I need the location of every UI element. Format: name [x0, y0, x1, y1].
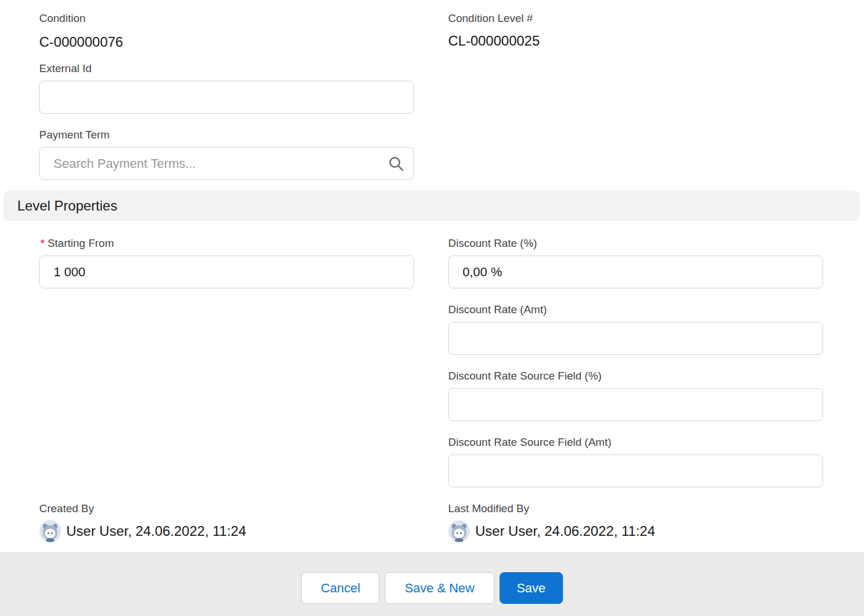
created-by-row: User User, 24.06.2022, 11:24 [39, 520, 246, 542]
discount-rate-source-amt-input[interactable] [448, 455, 823, 487]
record-edit-form: Condition C-000000076 Condition Level # … [0, 0, 864, 616]
section-title: Level Properties [17, 190, 117, 221]
discount-rate-pct-label: Discount Rate (%) [448, 236, 537, 250]
required-asterisk: * [40, 237, 44, 249]
discount-rate-amt-label: Discount Rate (Amt) [448, 303, 547, 317]
discount-rate-source-pct-input[interactable] [448, 388, 823, 421]
last-modified-by-value: User User, 24.06.2022, 11:24 [475, 523, 655, 539]
discount-rate-amt-input[interactable] [448, 322, 823, 355]
modal-footer: Cancel Save & New Save [0, 553, 864, 616]
cancel-button[interactable]: Cancel [301, 572, 380, 604]
save-and-new-button[interactable]: Save & New [385, 572, 494, 604]
last-modified-by-row: User User, 24.06.2022, 11:24 [448, 520, 655, 542]
payment-term-label: Payment Term [39, 128, 110, 142]
starting-from-input[interactable] [39, 256, 414, 288]
level-properties-section-header: Level Properties [3, 190, 860, 221]
discount-rate-source-pct-label: Discount Rate Source Field (%) [448, 369, 602, 383]
last-modified-by-label: Last Modified By [448, 502, 529, 516]
external-id-label: External Id [39, 62, 92, 76]
created-by-value: User User, 24.06.2022, 11:24 [66, 523, 246, 539]
user-avatar-icon [39, 520, 61, 542]
created-by-label: Created By [39, 502, 94, 516]
condition-value: C-000000076 [39, 33, 123, 51]
condition-level-value: CL-000000025 [448, 32, 540, 50]
save-button[interactable]: Save [499, 572, 563, 604]
discount-rate-source-amt-label: Discount Rate Source Field (Amt) [448, 435, 611, 449]
payment-term-lookup [39, 147, 414, 181]
user-avatar-icon [448, 520, 470, 542]
condition-label: Condition [39, 12, 85, 25]
discount-rate-pct-input[interactable] [448, 256, 823, 288]
starting-from-label: *Starting From [40, 236, 114, 250]
condition-level-label: Condition Level # [448, 12, 533, 25]
payment-term-search-input[interactable] [39, 147, 414, 180]
starting-from-label-text: Starting From [47, 237, 114, 249]
external-id-input[interactable] [39, 81, 414, 114]
footer-buttons: Cancel Save & New Save [301, 572, 563, 604]
